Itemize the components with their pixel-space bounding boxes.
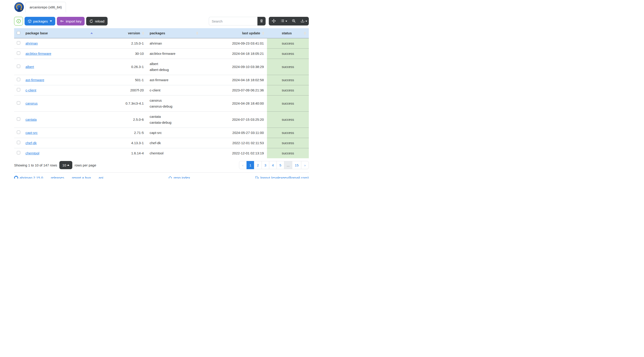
- row-checkbox[interactable]: [17, 78, 20, 81]
- package-base-cell: ahriman: [23, 38, 96, 49]
- zoom-button[interactable]: [289, 17, 299, 26]
- package-base-cell: albert: [23, 59, 96, 75]
- column-header-version[interactable]: version: [96, 28, 147, 38]
- row-checkbox[interactable]: [17, 130, 20, 134]
- last-update-cell: 2022-12-01 02:13:19: [201, 148, 267, 158]
- search-group: [209, 17, 266, 26]
- package-base-cell: canorus: [23, 96, 96, 112]
- package-base-link[interactable]: chemtool: [26, 151, 39, 155]
- column-label-status: status: [282, 31, 292, 35]
- columns-dropdown-button[interactable]: [279, 17, 289, 26]
- row-checkbox[interactable]: [17, 52, 20, 55]
- row-checkbox-cell: [14, 85, 23, 96]
- logout-link[interactable]: logout (esalexeev@gmail.com): [255, 176, 309, 178]
- repo-index-link[interactable]: repo index: [168, 176, 190, 178]
- package-base-link[interactable]: albert: [26, 65, 34, 69]
- row-checkbox[interactable]: [17, 88, 20, 92]
- chevron-down-icon: [286, 21, 287, 22]
- packages-cell: ahriman: [147, 38, 201, 49]
- table-row: c-client 2007f-20 c-client 2023-07-09 06…: [14, 85, 309, 96]
- column-header-packages[interactable]: packages: [147, 28, 201, 38]
- topbar: arcanisrepo (x86_64): [14, 2, 309, 12]
- package-base-link[interactable]: cantata: [26, 118, 36, 122]
- status-badge: success: [267, 85, 309, 96]
- app-logo-icon[interactable]: [14, 2, 24, 12]
- pagination-page-15[interactable]: 15: [292, 161, 301, 169]
- page-size-dropdown[interactable]: 10: [59, 161, 72, 169]
- download-icon: [300, 19, 304, 24]
- package-base-link[interactable]: canorus: [26, 102, 38, 105]
- pagination-page-3[interactable]: 3: [262, 161, 269, 169]
- column-header-last-update[interactable]: last update: [201, 28, 267, 38]
- column-label-last-update: last update: [242, 31, 260, 35]
- row-checkbox[interactable]: [17, 151, 20, 154]
- table-row: ast-firmware 501-1 ast-firmware 2024-04-…: [14, 75, 309, 85]
- package-name: ahriman: [150, 40, 198, 46]
- version-link[interactable]: ahriman 2.15.0: [14, 176, 43, 178]
- pagination-prev[interactable]: ‹: [239, 161, 247, 169]
- box-icon: [28, 19, 32, 23]
- pagination-next[interactable]: ›: [301, 161, 309, 169]
- package-name: cantata: [150, 114, 198, 120]
- table-row: chemtool 1.6.14-4 chemtool 2022-12-01 02…: [14, 148, 309, 158]
- row-checkbox[interactable]: [17, 64, 20, 68]
- package-base-cell: chemtool: [23, 148, 96, 158]
- package-name: ast-firmware: [150, 77, 198, 83]
- status-badge: success: [267, 96, 309, 112]
- select-all-checkbox[interactable]: [17, 31, 20, 34]
- toolbar-row: packages import key reload: [14, 17, 309, 26]
- fullscreen-button[interactable]: [269, 17, 279, 26]
- version-cell: 30-10: [96, 49, 147, 59]
- row-checkbox[interactable]: [17, 117, 20, 121]
- tab-repository[interactable]: arcanisrepo (x86_64): [26, 2, 66, 12]
- row-checkbox-cell: [14, 59, 23, 75]
- version-cell: 0.7.3rc3-4.1: [96, 96, 147, 112]
- info-button[interactable]: [14, 17, 23, 26]
- version-cell: 2.5.0-6: [96, 112, 147, 128]
- pagination-page-4[interactable]: 4: [269, 161, 277, 169]
- pagination-page-1[interactable]: 1: [246, 161, 254, 169]
- package-base-link[interactable]: capt-src: [26, 131, 38, 134]
- last-update-cell: 2024-04-28 18:40:00: [201, 96, 267, 112]
- zoom-in-icon: [292, 19, 296, 24]
- pagination-summary: Showing 1 to 10 of 147 rows: [14, 163, 57, 167]
- report-bug-link[interactable]: report a bug: [72, 176, 91, 178]
- row-checkbox[interactable]: [17, 141, 20, 144]
- row-checkbox-cell: [14, 49, 23, 59]
- package-base-link[interactable]: c-client: [26, 88, 36, 92]
- chevron-up-icon: [67, 164, 69, 166]
- pagination-ellipsis[interactable]: ...: [284, 161, 292, 169]
- pagination-page-2[interactable]: 2: [254, 161, 262, 169]
- row-checkbox-cell: [14, 148, 23, 158]
- sort-idle-icon: [304, 32, 306, 35]
- releases-link[interactable]: releases: [51, 176, 64, 178]
- api-link[interactable]: api: [99, 176, 104, 178]
- package-base-link[interactable]: chef-dk: [26, 141, 36, 145]
- import-key-button[interactable]: import key: [57, 17, 84, 26]
- pagination-bar: Showing 1 to 10 of 147 rows 10 rows per …: [14, 161, 309, 169]
- status-badge: success: [267, 75, 309, 85]
- status-badge: success: [267, 128, 309, 138]
- list-icon: [280, 19, 284, 24]
- column-header-status[interactable]: status: [267, 28, 309, 38]
- clear-search-button[interactable]: [258, 17, 266, 26]
- row-checkbox[interactable]: [17, 41, 20, 44]
- package-base-link[interactable]: ast-firmware: [26, 78, 44, 82]
- packages-cell: capt-src: [147, 128, 201, 138]
- reload-button[interactable]: reload: [86, 17, 108, 26]
- pagination-page-5[interactable]: 5: [276, 161, 284, 169]
- repo-index-link-label: repo index: [174, 176, 190, 178]
- last-update-cell: 2024-09-23 03:41:01: [201, 38, 267, 49]
- releases-link-label: releases: [51, 176, 64, 178]
- package-base-link[interactable]: ahriman: [26, 42, 38, 45]
- export-dropdown-button[interactable]: [299, 17, 309, 26]
- row-checkbox[interactable]: [17, 101, 20, 104]
- package-base-link[interactable]: aic94xx-firmware: [26, 52, 51, 56]
- packages-button[interactable]: packages: [24, 17, 55, 26]
- page-size-value: 10: [62, 163, 66, 167]
- search-input[interactable]: [209, 17, 258, 26]
- column-header-package-base[interactable]: package base: [23, 28, 96, 38]
- sort-idle-icon: [262, 32, 264, 35]
- last-update-cell: 2024-09-10 03:38:29: [201, 59, 267, 75]
- packages-cell: ast-firmware: [147, 75, 201, 85]
